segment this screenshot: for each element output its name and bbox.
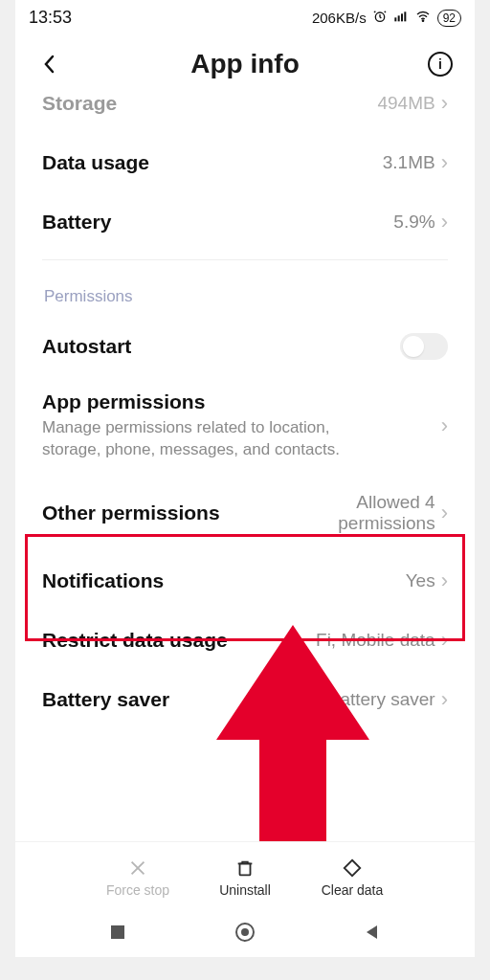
row-value: 3.1MB	[383, 152, 435, 173]
row-autostart[interactable]: Autostart	[19, 316, 471, 377]
action-bar: Force stop Uninstall Clear data	[15, 841, 475, 905]
chevron-right-icon: ›	[441, 150, 448, 175]
action-force-stop: Force stop	[101, 856, 174, 898]
back-button[interactable]	[36, 51, 63, 78]
chevron-right-icon: ›	[441, 210, 448, 234]
row-value: Fi, Mobile data	[316, 630, 435, 651]
nav-recent-button[interactable]	[104, 919, 131, 946]
row-label: Restrict data usage	[42, 629, 228, 652]
status-net-speed: 206KB/s	[312, 10, 367, 26]
section-header-permissions: Permissions	[19, 260, 471, 316]
nav-home-button[interactable]	[232, 919, 258, 946]
content: Storage 494MB › Data usage 3.1MB › Batte…	[15, 91, 475, 841]
row-label: Storage	[42, 92, 117, 115]
row-value: 494MB	[377, 93, 434, 114]
autostart-toggle[interactable]	[400, 333, 448, 360]
status-time: 13:53	[29, 8, 72, 28]
status-bar: 13:53 206KB/s 92	[15, 0, 475, 32]
svg-point-9	[241, 928, 249, 936]
page-title: App info	[190, 49, 300, 79]
close-icon	[127, 856, 148, 880]
eraser-icon	[341, 856, 364, 880]
row-battery[interactable]: Battery 5.9% ›	[19, 192, 471, 252]
row-label: Battery	[42, 211, 111, 234]
action-label: Clear data	[322, 882, 384, 898]
row-value: 5.9%	[393, 212, 434, 233]
battery-icon: 92	[437, 10, 461, 27]
chevron-right-icon: ›	[441, 628, 448, 653]
row-label: Other permissions	[42, 501, 220, 524]
svg-rect-6	[240, 863, 251, 875]
row-other-permissions[interactable]: Other permissions Allowed 4 permissions …	[19, 475, 471, 551]
row-label: Autostart	[42, 335, 131, 358]
signal-icon	[393, 9, 409, 27]
svg-rect-3	[401, 13, 403, 21]
nav-back-button[interactable]	[359, 919, 386, 946]
nav-bar	[15, 905, 475, 957]
action-clear-data[interactable]: Clear data	[316, 856, 389, 898]
chevron-right-icon: ›	[441, 568, 448, 593]
status-right: 206KB/s 92	[312, 9, 461, 27]
info-icon: i	[428, 52, 453, 77]
row-label: Battery saver	[42, 688, 169, 711]
svg-rect-2	[397, 15, 399, 21]
row-value: Allowed 4 permissions	[301, 492, 435, 534]
row-data-usage[interactable]: Data usage 3.1MB ›	[19, 133, 471, 192]
svg-point-5	[422, 20, 423, 21]
chevron-right-icon: ›	[441, 687, 448, 712]
trash-icon	[234, 856, 256, 880]
row-label: Notifications	[42, 569, 164, 592]
svg-rect-1	[394, 17, 396, 21]
row-notifications[interactable]: Notifications Yes ›	[19, 551, 471, 611]
chevron-right-icon: ›	[441, 501, 448, 525]
phone-frame: 13:53 206KB/s 92 App info i Storage	[15, 0, 475, 957]
svg-rect-7	[111, 925, 124, 939]
row-battery-saver[interactable]: Battery saver MIUI Battery saver ›	[19, 670, 471, 718]
action-uninstall[interactable]: Uninstall	[209, 856, 281, 898]
wifi-icon	[414, 9, 432, 27]
row-label: Data usage	[42, 151, 149, 174]
alarm-icon	[372, 9, 388, 27]
svg-rect-4	[404, 11, 406, 21]
chevron-right-icon: ›	[441, 91, 448, 116]
row-restrict-data[interactable]: Restrict data usage Fi, Mobile data ›	[19, 611, 471, 670]
row-storage[interactable]: Storage 494MB ›	[19, 91, 471, 133]
row-app-permissions[interactable]: App permissions Manage permissions relat…	[19, 377, 471, 475]
action-label: Uninstall	[219, 882, 271, 898]
title-bar: App info i	[15, 32, 475, 91]
row-label: App permissions	[42, 390, 375, 413]
row-value: MIUI Battery saver	[284, 689, 434, 710]
chevron-right-icon: ›	[441, 413, 448, 438]
info-button[interactable]: i	[427, 51, 454, 78]
row-value: Yes	[406, 570, 435, 591]
action-label: Force stop	[106, 882, 169, 898]
row-sublabel: Manage permissions related to location, …	[42, 417, 375, 461]
